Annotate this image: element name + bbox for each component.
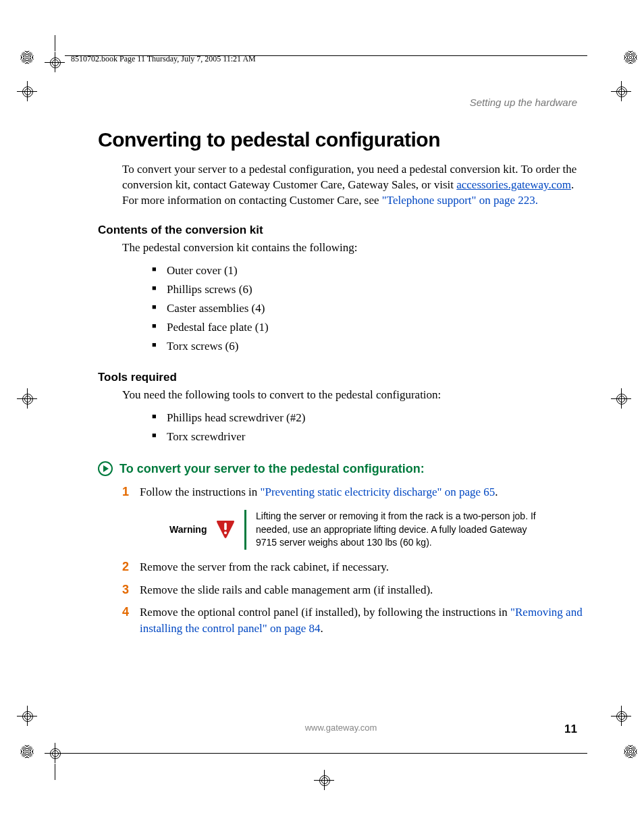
page-footer: www.gateway.com 11 (98, 723, 584, 733)
registration-blob (20, 745, 34, 758)
footer-url: www.gateway.com (305, 723, 377, 733)
procedure-title: To convert your server to the pedestal c… (119, 462, 425, 476)
step-text: Remove the optional control panel (if in… (140, 606, 510, 619)
tools-lead: You need the following tools to convert … (122, 388, 584, 402)
registration-blob (624, 51, 637, 64)
list-item: Torx screwdriver (152, 427, 584, 446)
step-3: Remove the slide rails and cable managem… (122, 582, 584, 598)
step-text: . (321, 622, 323, 635)
telephone-support-xref[interactable]: "Telephone support" on page 223. (382, 194, 538, 207)
step-2: Remove the server from the rack cabinet,… (122, 559, 584, 575)
step-text: Follow the instructions in (140, 486, 261, 498)
registration-blob (624, 745, 637, 758)
list-item: Pedestal face plate (1) (152, 318, 584, 337)
footer-page-number: 11 (564, 723, 577, 736)
contents-list: Outer cover (1) Phillips screws (6) Cast… (152, 261, 584, 356)
contents-lead: The pedestal conversion kit contains the… (122, 241, 584, 255)
warning-label: Warning (169, 523, 207, 537)
play-icon (98, 461, 113, 476)
procedure-steps: Follow the instructions in "Preventing s… (122, 484, 584, 637)
step-text: . (495, 486, 498, 498)
svg-point-1 (224, 531, 227, 534)
list-item: Torx screws (6) (152, 337, 584, 356)
list-item: Outer cover (1) (152, 261, 584, 280)
list-item: Phillips screws (6) (152, 280, 584, 299)
accessories-link[interactable]: accessories.gateway.com (456, 178, 571, 191)
svg-rect-0 (225, 523, 227, 530)
warning-text: Lifting the server or removing it from t… (256, 510, 546, 550)
tools-heading: Tools required (98, 371, 584, 384)
step-4: Remove the optional control panel (if in… (122, 604, 584, 637)
running-head: Setting up the hardware (98, 97, 584, 108)
warning-box: Warning Lifting the server or removing i… (169, 510, 584, 550)
registration-blob (20, 51, 34, 64)
tools-list: Phillips head screwdriver (#2) Torx scre… (152, 409, 584, 446)
registration-rule (65, 753, 587, 754)
book-tag: 8510702.book Page 11 Thursday, July 7, 2… (71, 54, 584, 64)
contents-heading: Contents of the conversion kit (98, 224, 584, 237)
list-item: Phillips head screwdriver (#2) (152, 409, 584, 427)
static-discharge-xref[interactable]: "Preventing static electricity discharge… (261, 486, 495, 498)
step-1: Follow the instructions in "Preventing s… (122, 484, 584, 550)
page-title: Converting to pedestal configuration (98, 128, 584, 151)
warning-exclamation-icon (216, 519, 235, 540)
warning-divider (244, 510, 246, 550)
intro-paragraph: To convert your server to a pedestal con… (122, 162, 584, 209)
list-item: Caster assemblies (4) (152, 299, 584, 318)
